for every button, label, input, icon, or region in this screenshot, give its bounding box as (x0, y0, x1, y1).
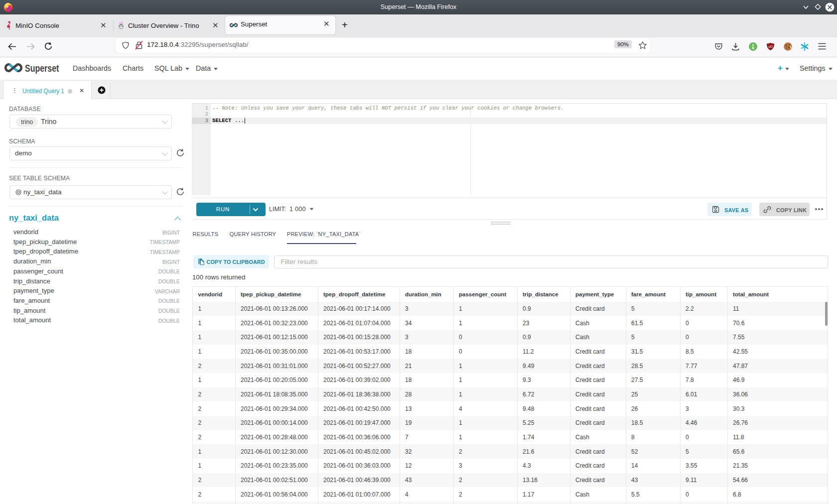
svg-text:uO: uO (768, 45, 773, 48)
